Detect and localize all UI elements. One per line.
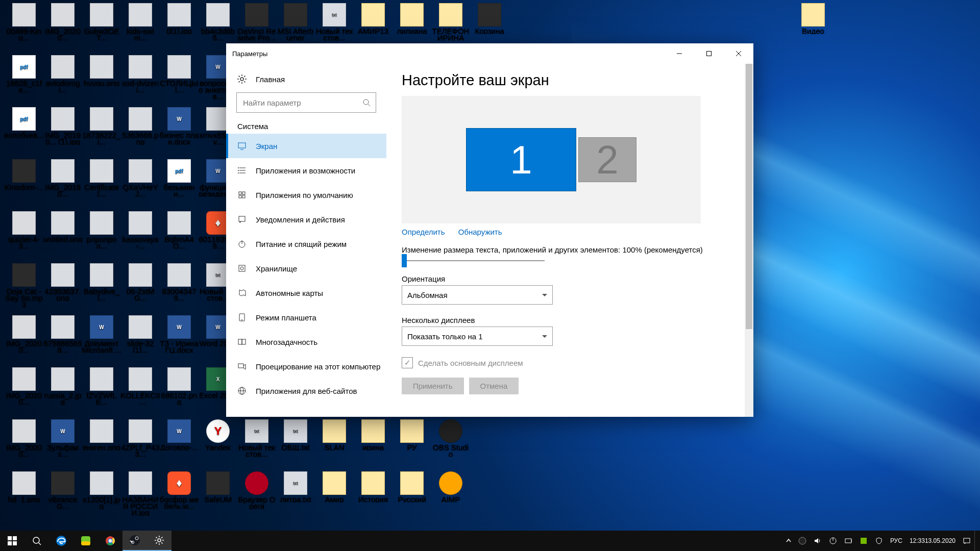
desktop-icon[interactable]: IMG_20200...: [4, 367, 44, 407]
desktop-icon[interactable]: avtodorogi...: [43, 55, 83, 95]
desktop-icon[interactable]: 830043479...: [159, 263, 199, 303]
search-input[interactable]: [242, 98, 362, 108]
desktop-icon[interactable]: НАЗВАНИЯ РОССИИ.jpg: [120, 471, 160, 518]
desktop-icon[interactable]: IMG_20190...: [43, 159, 83, 199]
monitor-1[interactable]: 1: [466, 128, 576, 191]
desktop-icon[interactable]: Gubw3OET...: [82, 3, 121, 43]
nav-item-project[interactable]: Проецирование на этот компьютер: [226, 354, 386, 379]
desktop-icon[interactable]: pdf18628_c1fe...: [4, 55, 44, 95]
desktop-icon[interactable]: pdfволобуев...: [4, 107, 44, 140]
desktop-icon[interactable]: txtлитра.txt: [276, 471, 315, 505]
desktop-icon[interactable]: Babydive_l...: [82, 263, 121, 303]
desktop-icon[interactable]: WЗульфаиз...: [43, 419, 83, 459]
desktop-icon[interactable]: WДокумент Microsoft ...: [82, 315, 121, 355]
display-arrangement[interactable]: 1 2: [402, 96, 701, 223]
nav-item-maps[interactable]: Автономные карты: [226, 281, 386, 305]
desktop-icon[interactable]: СТОЛИЦЫ|...: [159, 55, 199, 95]
maximize-button[interactable]: [694, 43, 724, 64]
nav-item-display[interactable]: Экран: [226, 134, 386, 158]
close-button[interactable]: [724, 43, 753, 64]
taskbar-settings[interactable]: [147, 531, 172, 551]
taskbar-search[interactable]: [24, 531, 49, 551]
desktop-icon[interactable]: АМИР13: [353, 3, 393, 36]
desktop-icon[interactable]: SLAN: [314, 419, 354, 453]
desktop-icon[interactable]: 6756865658...: [43, 315, 83, 355]
minimize-button[interactable]: [665, 43, 694, 64]
taskbar-bluestacks[interactable]: [74, 531, 98, 551]
taskbar-steam[interactable]: [122, 531, 147, 551]
desktop-icon[interactable]: DaVinci Resolve Pro...: [237, 3, 277, 43]
desktop-icon[interactable]: pdfбезымянн...: [159, 159, 199, 199]
desktop-icon[interactable]: 18738222_i...: [82, 107, 121, 147]
desktop-icon[interactable]: vibranceG...: [43, 471, 83, 511]
desktop-icon[interactable]: Kingdom-...: [4, 159, 44, 192]
desktop-icon[interactable]: Корзина: [470, 3, 509, 36]
desktop-icon[interactable]: 0[1].jpg: [159, 3, 199, 36]
nav-item-multi[interactable]: Многозадачность: [226, 330, 386, 354]
desktop-icon[interactable]: Certificate[...: [82, 159, 121, 199]
nav-item-storage[interactable]: Хранилище: [226, 256, 386, 281]
desktop-icon[interactable]: txtНовый текстов...: [237, 419, 277, 459]
home-button[interactable]: Главная: [226, 68, 386, 90]
desktop-icon[interactable]: Doja Cat - Say So.mp3: [4, 263, 44, 310]
desktop-icon[interactable]: SafeUM: [198, 471, 238, 505]
nav-item-default[interactable]: Приложения по умолчанию: [226, 183, 386, 207]
desktop-icon[interactable]: 5363666.png: [120, 107, 160, 147]
desktop-icon[interactable]: ирина: [353, 419, 393, 453]
desktop-icon[interactable]: slide-32[1]...: [120, 315, 160, 355]
tray-language[interactable]: РУС: [887, 531, 906, 551]
action-center-icon[interactable]: [959, 531, 974, 551]
desktop-icon[interactable]: russia_2.jpg: [43, 367, 83, 407]
scale-slider[interactable]: [402, 256, 545, 265]
desktop-icon[interactable]: IMG_20200...: [4, 315, 44, 355]
nav-item-tablet[interactable]: Режим планшета: [226, 305, 386, 330]
desktop-icon[interactable]: 00499-King...: [4, 3, 44, 43]
titlebar[interactable]: Параметры: [226, 43, 753, 64]
desktop-icon[interactable]: 06-ZstMG...: [120, 263, 160, 303]
scrollbar-thumb[interactable]: [746, 64, 752, 329]
multi-display-combo[interactable]: Показать только на 1: [402, 327, 553, 346]
start-button[interactable]: [0, 531, 24, 551]
nav-item-power[interactable]: Питание и спящий режим: [226, 232, 386, 256]
desktop-icon[interactable]: YYandex: [198, 419, 238, 453]
desktop-icon[interactable]: huygu.png: [82, 55, 121, 88]
desktop-icon[interactable]: hd_1.png: [4, 471, 44, 505]
desktop-icon[interactable]: 4ZPLf_P433...: [120, 419, 160, 459]
desktop-icon[interactable]: txtОБЩ.txt: [276, 419, 315, 453]
desktop-icon[interactable]: OBS Studio: [431, 419, 471, 459]
nav-item-webapps[interactable]: Приложения для веб-сайтов: [226, 379, 386, 403]
desktop-icon[interactable]: рлролрол...: [82, 211, 121, 251]
desktop-icon[interactable]: KOLLEKCII_...: [120, 367, 160, 407]
tray-msi-icon[interactable]: [825, 531, 841, 551]
desktop-icon[interactable]: WТЗ - Ирина ГЦ.docx: [159, 315, 199, 355]
tray-steam-icon[interactable]: [795, 531, 810, 551]
monitor-2[interactable]: 2: [578, 137, 636, 182]
desktop-icon[interactable]: xod-dvizeni...: [120, 55, 160, 95]
desktop-icon[interactable]: ♦босфор мебель.w...: [159, 471, 199, 511]
desktop-icon[interactable]: 686102.png: [159, 367, 199, 407]
nav-item-notif[interactable]: Уведомления и действия: [226, 207, 386, 232]
desktop-icon[interactable]: quizlet-4-3...: [4, 211, 44, 251]
desktop-icon[interactable]: Русский: [392, 471, 432, 505]
taskbar-chrome[interactable]: [98, 531, 122, 551]
desktop-icon[interactable]: ТЕЛЕФОН ИРИНА: [431, 3, 471, 43]
desktop-icon-video[interactable]: Видео: [793, 3, 833, 36]
tray-defender-icon[interactable]: [871, 531, 887, 551]
desktop-icon[interactable]: лилиана: [392, 3, 432, 36]
desktop-icon[interactable]: IMG_20200...: [4, 419, 44, 459]
tray-network-icon[interactable]: [841, 531, 856, 551]
detect-link[interactable]: Обнаружить: [458, 228, 502, 236]
desktop-icon[interactable]: Браузер Opera: [237, 471, 277, 511]
nav-item-apps[interactable]: Приложения и возможности: [226, 158, 386, 183]
desktop-icon[interactable]: bb4c3d6b5...: [198, 3, 238, 43]
tray-volume-icon[interactable]: [810, 531, 825, 551]
desktop-icon[interactable]: WДоговор-...: [159, 419, 199, 453]
desktop-icon[interactable]: IMG_20200...: [43, 3, 83, 43]
tray-nvidia-icon[interactable]: [856, 531, 871, 551]
desktop-icon[interactable]: txtНовый текстов...: [314, 3, 354, 43]
show-desktop-button[interactable]: [974, 531, 978, 551]
orientation-combo[interactable]: Альбомная: [402, 285, 553, 305]
desktop-icon[interactable]: fZVZWfLE...: [82, 367, 121, 407]
desktop-icon[interactable]: IMG_20190... (1).jpg: [43, 107, 83, 147]
desktop-icon[interactable]: AIMP: [431, 471, 471, 505]
